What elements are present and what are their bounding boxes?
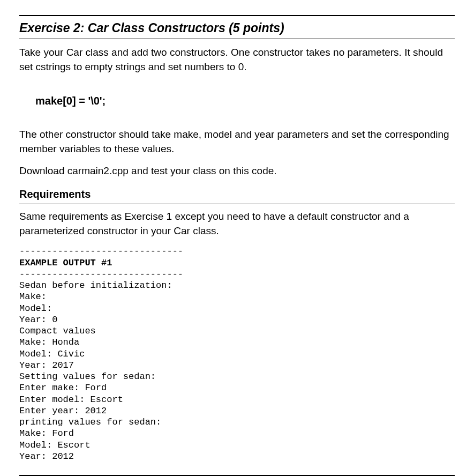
example-line: Year: 0 [19, 315, 57, 325]
example-line: Enter make: Ford [19, 383, 107, 393]
example-line: Enter model: Escort [19, 395, 123, 405]
example-line: Model: Civic [19, 349, 85, 359]
requirements-heading: Requirements [19, 187, 455, 204]
example-line: Setting values for sedan: [19, 371, 156, 382]
code-snippet: make[0] = '\0'; [35, 93, 455, 108]
example-line: Enter year: 2012 [19, 406, 107, 416]
example-output-header: EXAMPLE OUTPUT #1 [19, 258, 112, 268]
intro-paragraph-2: The other constructor should take make, … [19, 128, 455, 156]
intro-paragraph-1: Take your Car class and add two construc… [19, 46, 455, 74]
download-instruction: Download carmain2.cpp and test your clas… [19, 164, 455, 178]
example-line: Year: 2017 [19, 360, 74, 370]
example-line: Make: Honda [19, 337, 79, 347]
example-line: Compact values [19, 326, 96, 336]
example-line: Sedan before initialization: [19, 280, 172, 291]
example-output-block: ------------------------------ EXAMPLE O… [19, 246, 455, 462]
example-line: Year: 2012 [19, 451, 74, 462]
example-divider-top: ------------------------------ [19, 246, 183, 256]
example-line: Make: Ford [19, 428, 74, 438]
exercise-title: Exercise 2: Car Class Constructors (5 po… [19, 15, 455, 39]
requirements-body: Same requirements as Exercise 1 except y… [19, 210, 455, 238]
example-line: Make: [19, 292, 47, 302]
example-line: Model: [19, 303, 52, 314]
example-line: Model: Escort [19, 440, 91, 450]
example-divider-bottom: ------------------------------ [19, 269, 183, 279]
example-line: printing values for sedan: [19, 417, 161, 427]
